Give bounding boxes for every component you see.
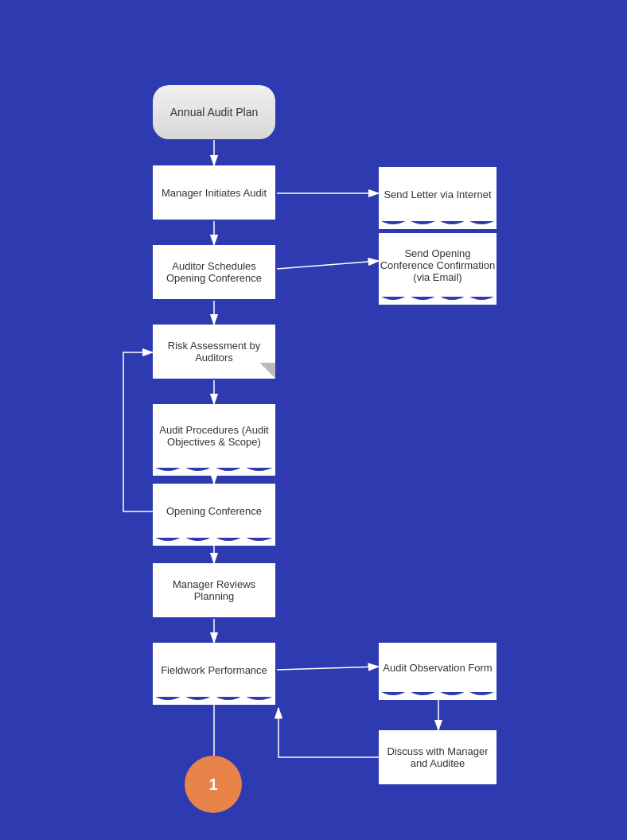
- circle-1-label: 1: [208, 776, 217, 794]
- send-letter-node: Send Letter via Internet: [379, 167, 497, 221]
- risk-assessment-label: Risk Assessment by Auditors: [153, 340, 275, 364]
- discuss-label: Discuss with Manager and Auditee: [379, 745, 497, 769]
- audit-observation-label: Audit Observation Form: [383, 662, 492, 674]
- circle-1-node: 1: [185, 756, 242, 813]
- manager-initiates-node: Manager Initiates Audit: [153, 165, 275, 220]
- fieldwork-node: Fieldwork Performance: [153, 643, 275, 697]
- manager-reviews-label: Manager Reviews Planning: [153, 578, 275, 602]
- discuss-node: Discuss with Manager and Auditee: [379, 730, 497, 784]
- audit-procedures-label: Audit Procedures (Audit Objectives & Sco…: [153, 424, 275, 448]
- svg-line-10: [277, 261, 379, 269]
- manager-reviews-node: Manager Reviews Planning: [153, 563, 275, 617]
- annual-audit-plan-node: Annual Audit Plan: [153, 85, 275, 139]
- send-opening-label: Send Opening Conference Confirmation (vi…: [379, 247, 497, 283]
- send-opening-node: Send Opening Conference Confirmation (vi…: [379, 233, 497, 297]
- fieldwork-label: Fieldwork Performance: [161, 664, 267, 676]
- audit-observation-node: Audit Observation Form: [379, 643, 497, 692]
- auditor-schedules-label: Auditor Schedules Opening Conference: [153, 260, 275, 284]
- risk-assessment-node: Risk Assessment by Auditors: [153, 325, 275, 379]
- annual-audit-plan-label: Annual Audit Plan: [170, 106, 259, 119]
- svg-line-11: [277, 667, 379, 670]
- send-letter-label: Send Letter via Internet: [384, 189, 491, 200]
- auditor-schedules-node: Auditor Schedules Opening Conference: [153, 245, 275, 299]
- opening-conference-node: Opening Conference: [153, 484, 275, 538]
- manager-initiates-label: Manager Initiates Audit: [162, 187, 267, 199]
- audit-procedures-node: Audit Procedures (Audit Objectives & Sco…: [153, 404, 275, 468]
- opening-conference-label: Opening Conference: [166, 505, 262, 517]
